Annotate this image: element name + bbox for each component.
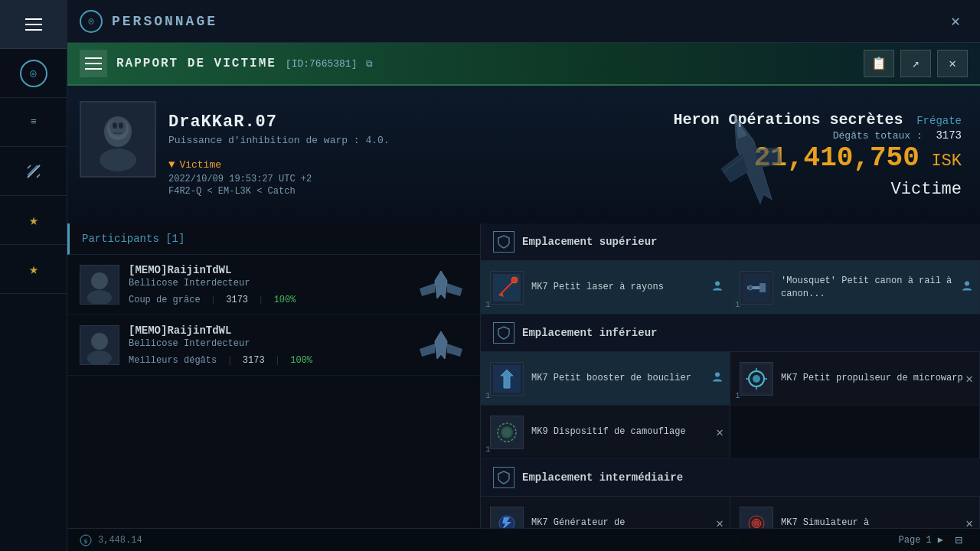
participant-ship-image-2 <box>414 326 468 364</box>
equip-row-superieur: 1 MK7 Petit laser à rayons <box>481 261 980 315</box>
panel-title: RAPPORT DE VICTIME <box>116 57 276 70</box>
equip-cell-camouflage[interactable]: 1 MK9 Dispositif de camouflage ✕ <box>481 406 730 458</box>
sidebar-item-star1[interactable]: ★ <box>0 196 67 245</box>
equip-inferieur-title: Emplacement inférieur <box>522 327 657 339</box>
svg-marker-7 <box>732 117 747 139</box>
laser-icon <box>493 274 521 302</box>
clipboard-button[interactable]: 📋 <box>864 50 894 77</box>
participants-panel: Participants [1] [MEMO]RaijinTdWL Bellic… <box>67 223 481 551</box>
equip-row-inferieur-2: 1 MK9 Dispositif de camouflage ✕ <box>481 406 980 459</box>
equip-row-inferieur-1: 1 MK7 Petit booster de bouclier <box>481 352 980 406</box>
equip-superieur-title: Emplacement supérieur <box>522 236 657 248</box>
svg-point-12 <box>100 148 136 171</box>
svg-point-57 <box>753 520 760 527</box>
victim-section: DraKKaR.07 Puissance d'inhibition de war… <box>67 86 980 223</box>
x-icon-1: ✕ <box>965 371 973 386</box>
panel: RAPPORT DE VICTIME [ID:7665381] ⧉ 📋 ↗ ✕ <box>67 43 980 551</box>
main-content: ◎ PERSONNAGE ✕ RAPPORT DE VICTIME [ID:76… <box>67 0 980 551</box>
badge-arrow-icon: ▼ <box>168 158 175 171</box>
microwarp-item-icon <box>740 362 773 396</box>
svg-point-38 <box>748 285 753 290</box>
sidebar-nav: ≡ ★ ★ <box>0 98 67 294</box>
equip-section-intermediaire-header: Emplacement intermédiaire <box>481 459 980 497</box>
victim-badge: ▼ Victime <box>168 158 390 171</box>
isk-unit: ISK <box>931 152 962 171</box>
svg-line-1 <box>28 165 31 168</box>
equip-intermediaire-title: Emplacement intermédiaire <box>522 471 683 484</box>
filter-button[interactable]: ⊟ <box>949 531 968 549</box>
equip-shield-icon-2 <box>493 322 514 344</box>
participant-name-2: [MEMO]RaijinTdWL <box>129 324 405 337</box>
svg-point-39 <box>965 281 969 285</box>
panel-menu-button[interactable] <box>80 50 107 77</box>
sidebar-item-star2[interactable]: ★ <box>0 245 67 294</box>
panel-close-button[interactable]: ✕ <box>937 50 968 77</box>
participant-row: [MEMO]RaijinTdWL Bellicose Interdecteur … <box>67 255 480 315</box>
bellicose-icon-2 <box>414 326 468 364</box>
booster-item-name: MK7 Petit booster de bouclier <box>531 372 691 385</box>
victim-portrait <box>81 103 155 176</box>
person-active-icon <box>711 279 724 292</box>
page-title: PERSONNAGE <box>112 14 217 29</box>
ship-background-image <box>635 93 865 223</box>
microwarp-icon <box>743 365 770 393</box>
panel-header: RAPPORT DE VICTIME [ID:7665381] ⧉ 📋 ↗ ✕ <box>67 43 980 86</box>
victim-location: F4R2-Q < EM-L3K < Catch <box>168 186 390 197</box>
shield-icon-2 <box>498 326 510 340</box>
panel-actions: 📋 ↗ ✕ <box>864 50 968 77</box>
svg-rect-37 <box>760 283 766 292</box>
sidebar-item-nav1[interactable]: ≡ <box>0 98 67 147</box>
booster-icon <box>493 365 521 393</box>
equip-shield-icon-1 <box>493 231 514 253</box>
destroyed-icon-3 <box>711 370 724 386</box>
bottom-layout: Participants [1] [MEMO]RaijinTdWL Bellic… <box>67 223 980 551</box>
equip-cell-booster[interactable]: 1 MK7 Petit booster de bouclier <box>481 352 730 405</box>
person-active-icon-2 <box>961 279 973 292</box>
svg-point-25 <box>91 333 108 350</box>
equip-section-superieur-header: Emplacement supérieur <box>481 223 980 261</box>
camouflage-icon <box>493 419 521 446</box>
victim-badge-label: Victime <box>179 159 221 171</box>
participant-portrait-1 <box>80 266 119 304</box>
next-page-button[interactable]: ▶ <box>938 534 943 546</box>
participant-portrait-2 <box>80 326 119 364</box>
laser-item-icon <box>490 271 524 305</box>
currency-icon: $ <box>80 534 92 546</box>
page-nav: Page 1 ▶ <box>899 534 943 546</box>
person-active-icon-3 <box>711 370 724 383</box>
swords-icon <box>25 163 42 180</box>
shield-icon <box>498 235 510 249</box>
participant-row-2: [MEMO]RaijinTdWL Bellicose Interdecteur … <box>67 315 480 376</box>
participant-ship-1: Bellicose Interdecteur <box>129 278 405 289</box>
sidebar-menu-button[interactable] <box>0 0 67 49</box>
hamburger-icon <box>25 18 42 31</box>
svg-marker-21 <box>435 271 447 298</box>
svg-point-15 <box>113 122 117 129</box>
page-label: Page 1 <box>899 535 932 546</box>
svg-point-16 <box>119 122 123 129</box>
participant-avatar-2 <box>80 325 119 365</box>
close-button[interactable]: ✕ <box>943 9 968 34</box>
equip-cell-laser[interactable]: 1 MK7 Petit laser à rayons <box>481 261 730 314</box>
destroyed-icon-2 <box>961 279 973 295</box>
participant-details-2: [MEMO]RaijinTdWL Bellicose Interdecteur … <box>129 324 405 366</box>
mousquet-item-icon <box>740 271 773 305</box>
panel-id: [ID:7665381] ⧉ <box>286 58 373 70</box>
panel-hamburger-icon <box>85 57 102 70</box>
svg-point-34 <box>715 281 720 285</box>
shield-icon-3 <box>498 471 510 484</box>
svg-text:$: $ <box>84 538 88 545</box>
bottom-bar: $ 3,448.14 Page 1 ▶ ⊟ <box>67 528 980 551</box>
equip-cell-empty-1 <box>730 406 980 458</box>
victim-warp: Puissance d'inhibition de warp : 4.0. <box>168 135 390 146</box>
sidebar-item-combat[interactable] <box>0 147 67 196</box>
sidebar: ◎ ≡ ★ ★ <box>0 0 67 551</box>
equip-cell-mousquet[interactable]: 1 'Mousquet' Petit canon à rail à canon.… <box>730 261 980 314</box>
equip-cell-microwarp[interactable]: 1 MK7 Petit p <box>730 352 980 405</box>
participant-stats-1: Coup de grâce | 3173 | 100% <box>129 295 405 305</box>
camouflage-item-name: MK9 Dispositif de camouflage <box>531 425 686 439</box>
svg-point-19 <box>91 272 108 289</box>
svg-point-32 <box>511 277 518 283</box>
export-button[interactable]: ↗ <box>900 50 931 77</box>
equip-section-inferieur-header: Emplacement inférieur <box>481 315 980 352</box>
